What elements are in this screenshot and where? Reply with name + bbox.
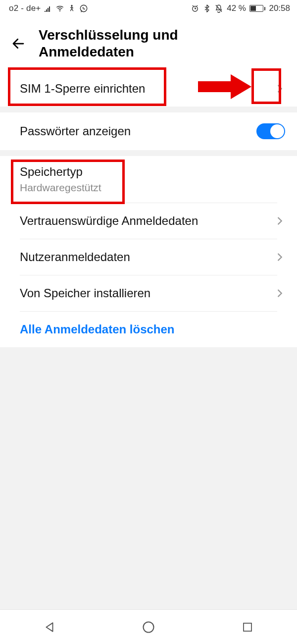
row-trusted-credentials[interactable]: Vertrauenswürdige Anmeldedaten <box>0 203 297 239</box>
row-label: Passwörter anzeigen <box>20 124 131 138</box>
row-install-from-storage[interactable]: Von Speicher installieren <box>0 275 297 311</box>
carrier-text: o2 - de+ <box>9 3 41 13</box>
row-sim-lock[interactable]: SIM 1-Sperre einrichten <box>0 71 297 107</box>
group-credentials: Speichertyp Hardwaregestützt Vertrauensw… <box>0 156 297 347</box>
page-title: Verschlüsselung und Anmeldedaten <box>39 27 178 60</box>
nav-home-button[interactable] <box>140 619 157 636</box>
nav-back-button[interactable] <box>41 619 58 636</box>
row-storage-type: Speichertyp Hardwaregestützt <box>0 156 297 203</box>
svg-rect-7 <box>244 623 251 631</box>
group-show-passwords: Passwörter anzeigen <box>0 112 297 150</box>
alarm-icon <box>191 4 199 13</box>
signal-icon <box>44 4 52 12</box>
row-label: Nutzeranmeldedaten <box>20 250 130 264</box>
row-label: Speichertyp <box>20 165 101 179</box>
row-subtext: Hardwaregestützt <box>20 182 101 194</box>
clock-text: 20:58 <box>269 3 290 13</box>
mute-icon <box>214 4 223 13</box>
title-line-2: Anmeldedaten <box>39 44 134 59</box>
pedestrian-icon <box>68 4 76 12</box>
show-passwords-toggle[interactable] <box>256 123 285 139</box>
row-label: SIM 1-Sperre einrichten <box>20 82 145 96</box>
toggle-knob <box>270 124 284 138</box>
square-recent-icon <box>242 621 253 633</box>
triangle-back-icon <box>43 621 56 634</box>
battery-percent: 42 % <box>227 3 246 13</box>
row-clear-all-credentials[interactable]: Alle Anmeldedaten löschen <box>0 312 297 347</box>
section-gap <box>0 107 297 112</box>
chevron-right-icon <box>274 288 285 299</box>
arrow-left-icon <box>11 36 26 51</box>
status-bar: o2 - de+ 42 % 20:58 <box>0 0 297 17</box>
group-sim-lock: SIM 1-Sperre einrichten <box>0 71 297 107</box>
title-line-1: Verschlüsselung und <box>39 27 178 43</box>
section-gap <box>0 150 297 156</box>
system-nav-bar <box>0 609 297 644</box>
row-label: Alle Anmeldedaten löschen <box>20 322 175 336</box>
back-button[interactable] <box>10 35 27 52</box>
status-left: o2 - de+ <box>9 3 88 13</box>
whatsapp-icon <box>79 4 88 13</box>
row-label: Vertrauenswürdige Anmeldedaten <box>20 214 198 228</box>
row-show-passwords[interactable]: Passwörter anzeigen <box>0 112 297 150</box>
bluetooth-icon <box>203 4 211 12</box>
svg-point-6 <box>144 622 154 632</box>
row-label: Von Speicher installieren <box>20 286 150 300</box>
circle-home-icon <box>142 620 155 634</box>
wifi-icon <box>55 4 64 13</box>
svg-point-0 <box>59 10 60 11</box>
chevron-right-icon <box>274 252 285 263</box>
nav-recent-button[interactable] <box>239 619 256 636</box>
chevron-right-icon <box>274 215 285 226</box>
chevron-right-icon <box>274 83 285 94</box>
row-user-credentials[interactable]: Nutzeranmeldedaten <box>0 239 297 275</box>
status-right: 42 % 20:58 <box>191 3 290 13</box>
battery-icon <box>249 5 266 12</box>
app-header: Verschlüsselung und Anmeldedaten <box>0 17 297 71</box>
